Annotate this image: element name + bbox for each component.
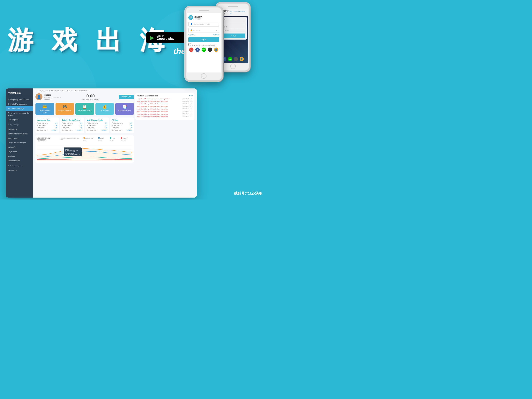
user-info-row: 👤 liudidi Call phone: 13255782632 Mailbo… [35, 93, 134, 100]
google-social-icon[interactable]: G [189, 48, 193, 52]
phone1-home-button[interactable] [201, 73, 207, 79]
announcements-title: Platform announcements More [137, 95, 193, 97]
sidebar-item-release[interactable]: Release records [6, 158, 33, 163]
announce-item-1[interactable]: Ninja Sword Den announces all rebate acq… [137, 98, 193, 100]
phone2-input1[interactable]: ID [221, 21, 245, 25]
phone-frame-1: 溪 溪谷软件 XIGUI.COM 👤 Account / Email / Pho… [184, 6, 223, 82]
commission-box: 0.00 Split commission (RMB) [82, 94, 99, 100]
announce-item-8[interactable]: Ninja Sword Dan prohibits all rebate pro… [137, 116, 193, 117]
login-account-field[interactable]: 👤 Account / Email / Phone [188, 22, 219, 27]
announce-date-6: 2018-04-19 14:... [183, 111, 193, 112]
login-screen: 溪 溪谷软件 XIGUI.COM 👤 Account / Email / Pho… [187, 13, 221, 54]
announcements-panel: Platform announcements More Ninja Sword … [135, 93, 194, 120]
apply-icon: 🎮 [57, 105, 72, 109]
chart-title-text: Yesterday's daily newspaper [37, 137, 59, 141]
stats-row: Top-up amount $298.00 [87, 129, 107, 131]
stats-yesterday-title: Yesterday's data [37, 119, 57, 121]
sidebar-item-platform-coins[interactable]: Platform coins [6, 136, 33, 141]
announce-date-5: 2018-09-19 14:... [183, 108, 193, 110]
phone2-input2[interactable]: Password [221, 29, 245, 32]
sidebar-item-data-earnings[interactable]: My earnings [6, 168, 33, 173]
sidebar-item-settlement[interactable]: Settlement of commissions [6, 132, 33, 136]
user-details: liudidi Call phone: 13255782632 Mailbox:… [44, 94, 62, 100]
sidebar-item-my-earnings[interactable]: My earnings [6, 127, 33, 132]
line-social-icon[interactable]: LINE [202, 48, 206, 52]
stats-7days-title: Data for the last 7 days [62, 119, 82, 121]
tooltip-paid: Paid users: 21 [65, 152, 80, 154]
announcements-more[interactable]: More [189, 95, 193, 97]
action-card-topup[interactable]: 💰 Top-up details [95, 103, 114, 115]
login-button[interactable]: Log In [188, 37, 219, 42]
user-mailbox: Mailbox: — [44, 98, 62, 100]
announce-link-2: Ninja Sword Den prohibits all rebate pro… [137, 101, 168, 102]
active-value: 78 [81, 125, 82, 126]
google-play-badge[interactable]: ▶ Get it on Google play [146, 32, 185, 43]
topup-amount-label: Top-up amount [62, 129, 72, 131]
action-card-subscription[interactable]: 📑 Subscription billing [115, 103, 134, 115]
content-left: 👤 liudidi Call phone: 13255782632 Mailbo… [35, 93, 134, 163]
phone2-login-button[interactable]: 로그인 [221, 33, 245, 38]
login-password-field[interactable]: 🔒 Password IP [188, 28, 219, 33]
avatar-image: 👤 [35, 93, 43, 100]
announce-item-4[interactable]: Ninja Sword Den prohibits all rebate pro… [137, 106, 193, 107]
paid-value: 29 [81, 127, 82, 129]
sidebar-item-central-admin[interactable]: ⊙ Central Administration [6, 102, 33, 106]
phone1-side-btn-volume2 [184, 30, 185, 38]
sidebar-item-backstage[interactable]: Backstage homepage [6, 106, 33, 111]
sidebar-item-benefits[interactable]: My benefits [6, 145, 33, 150]
action-card-apply[interactable]: 🎮 Apply for the game [56, 103, 74, 115]
earnings-label: My earnings [10, 124, 19, 126]
sidebar-item-president[interactable]: The president is charged [6, 141, 33, 145]
announce-item-5[interactable]: Ninja Sword Den prohibits all rebate pro… [137, 108, 193, 110]
sidebar-player-parks-label: Player parks [8, 151, 17, 153]
add-new-label: Add a new user [112, 122, 123, 124]
phone2-line-icon[interactable]: LINE [228, 57, 232, 61]
sidebar-section-data: ⊙ Data management [6, 164, 33, 168]
sidebar-item-label: Central Administration [10, 103, 26, 105]
agree-checkbox[interactable] [188, 43, 191, 46]
announce-link-6: Ninja Sword Den prohibits all rebate pro… [137, 111, 168, 112]
sidebar-item-label: Frequently used functions [10, 99, 29, 101]
deposit-icon: 💳 [37, 105, 52, 109]
commission-label: Split commission (RMB) [82, 99, 99, 100]
stats-row: Active users 56 [37, 125, 57, 126]
announce-item-2[interactable]: Ninja Sword Den prohibits all rebate pro… [137, 101, 193, 102]
phone2-apple-icon[interactable] [234, 57, 238, 61]
phone1-side-btn-power [223, 27, 223, 37]
user-name: liudidi [44, 94, 62, 96]
add-new-label: Add a new user [37, 122, 48, 124]
announce-item-6[interactable]: Ninja Sword Den prohibits all rebate pro… [137, 111, 193, 112]
retrieve-link[interactable]: Retrieve [213, 34, 219, 36]
phone2-home-button[interactable] [230, 63, 236, 69]
announce-date-8: 2018-04-75 14:... [183, 116, 193, 117]
withdrawal-button[interactable]: Withdrawals [119, 95, 134, 99]
sidebar-item-deposit[interactable]: Pay a deposit [6, 117, 33, 122]
register-link[interactable]: Register » [188, 34, 195, 36]
guest-social-icon[interactable]: 👤 [214, 48, 218, 52]
apple-social-icon[interactable] [208, 48, 212, 52]
facebook-social-icon[interactable]: f [195, 48, 200, 52]
sidebar: 手游联盟系统 ⊙ Frequently used functions ⊙ Cen… [6, 89, 33, 197]
sidebar-item-preview[interactable]: Preview of the opening of the service [6, 111, 33, 117]
agree-text: Read and agree (Agreement) (Privacy) [192, 45, 215, 46]
stats-row: Paid users 29 [87, 127, 107, 129]
announce-item-7[interactable]: Ninja Sword Den prohibits all rebate pro… [137, 113, 193, 115]
sidebar-item-frequently-used[interactable]: ⊙ Frequently used functions [6, 97, 33, 102]
login-agree: Read and agree (Agreement) (Privacy) [188, 43, 219, 46]
play-icon: ▶ [150, 34, 154, 41]
phone2-logo-text: 溪谷软件 [223, 10, 229, 15]
topup-amount-label: Top-up amount [112, 129, 122, 131]
announce-item-3[interactable]: Ninja Sword Den prohibits all rebate pro… [137, 103, 193, 105]
badge-text: Get it on Google play [157, 35, 175, 40]
sidebar-item-vouchers[interactable]: Vouchers [6, 154, 33, 158]
action-card-deposit[interactable]: 💳 Deposit platform coins [35, 103, 54, 115]
active-label: Active users [87, 125, 96, 126]
action-card-registration[interactable]: 📋 Registration details [75, 103, 94, 115]
user-phone: Call phone: 13255782632 [44, 96, 62, 98]
phone2-user-icon[interactable]: 👤 [240, 57, 244, 61]
chart-tooltip: 04:00 Add a new user: 162 Active users: … [64, 147, 82, 156]
legend-paid: Paid users [110, 137, 119, 141]
sidebar-item-player-parks[interactable]: Player parks [6, 150, 33, 154]
data-mgmt-label: Data management [10, 165, 23, 167]
sidebar-logo: 手游联盟系统 [6, 90, 33, 96]
